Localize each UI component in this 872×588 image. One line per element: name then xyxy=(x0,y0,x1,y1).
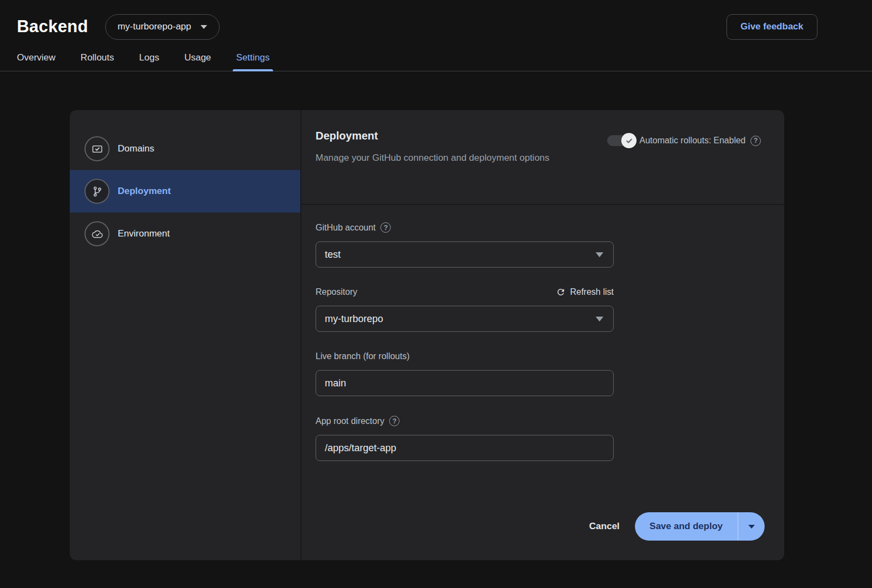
refresh-list-label: Refresh list xyxy=(570,287,614,297)
sidebar-item-deployment[interactable]: Deployment xyxy=(70,170,300,213)
github-account-select[interactable]: test xyxy=(316,241,614,268)
app-root-directory-field: App root directory ? xyxy=(316,416,614,461)
chevron-down-icon xyxy=(201,25,207,29)
github-account-field: GitHub account ? test xyxy=(316,222,614,268)
deployment-panel: Deployment Manage your GitHub connection… xyxy=(301,110,784,560)
chevron-down-icon xyxy=(596,252,603,257)
sidebar-item-domains[interactable]: Domains xyxy=(70,128,300,170)
deployment-form: GitHub account ? test Repository Refr xyxy=(301,205,784,560)
domain-verification-icon xyxy=(84,136,110,161)
repository-select[interactable]: my-turborepo xyxy=(316,306,614,332)
github-account-value: test xyxy=(325,249,341,260)
live-branch-field: Live branch (for rollouts) xyxy=(316,351,614,396)
app-root-directory-label: App root directory xyxy=(316,416,384,426)
tab-settings[interactable]: Settings xyxy=(236,44,269,71)
github-account-label-row: GitHub account ? xyxy=(316,222,614,233)
give-feedback-button[interactable]: Give feedback xyxy=(726,14,818,40)
help-icon[interactable]: ? xyxy=(380,222,391,233)
panel-header-text: Deployment Manage your GitHub connection… xyxy=(316,130,549,204)
save-options-dropdown-button[interactable] xyxy=(738,512,765,541)
cloud-check-icon xyxy=(84,221,110,246)
chevron-down-icon xyxy=(748,525,755,529)
sidebar-item-label: Deployment xyxy=(118,186,171,197)
sidebar-item-label: Domains xyxy=(118,143,154,154)
save-and-deploy-split-button: Save and deploy xyxy=(635,512,765,541)
git-branch-icon xyxy=(84,179,110,204)
app-selector-value: my-turborepo-app xyxy=(118,21,191,32)
repository-field: Repository Refresh list my-turborepo xyxy=(316,287,614,332)
app-root-directory-label-row: App root directory ? xyxy=(316,416,614,426)
sidebar-item-label: Environment xyxy=(118,228,169,239)
cancel-button[interactable]: Cancel xyxy=(589,517,620,536)
repository-value: my-turborepo xyxy=(325,313,383,325)
tab-logs[interactable]: Logs xyxy=(139,44,159,71)
tab-usage[interactable]: Usage xyxy=(184,44,211,71)
tab-bar: Overview Rollouts Logs Usage Settings xyxy=(0,44,872,71)
live-branch-input[interactable] xyxy=(316,370,614,396)
panel-title: Deployment xyxy=(316,130,549,142)
tab-overview[interactable]: Overview xyxy=(17,44,56,71)
chevron-down-icon xyxy=(596,317,603,322)
app-root-directory-input[interactable] xyxy=(316,435,614,461)
settings-sidebar: Domains Deployment xyxy=(70,110,301,560)
help-icon[interactable]: ? xyxy=(750,136,761,146)
tab-rollouts[interactable]: Rollouts xyxy=(81,44,114,71)
help-icon[interactable]: ? xyxy=(389,416,399,426)
settings-card: Domains Deployment xyxy=(70,110,784,560)
save-and-deploy-button[interactable]: Save and deploy xyxy=(635,512,737,541)
live-branch-label: Live branch (for rollouts) xyxy=(316,351,410,361)
sidebar-item-environment[interactable]: Environment xyxy=(70,213,300,255)
app-selector-dropdown[interactable]: my-turborepo-app xyxy=(105,14,220,40)
automatic-rollouts-label: Automatic rollouts: Enabled xyxy=(639,136,746,146)
panel-subtitle: Manage your GitHub connection and deploy… xyxy=(316,150,549,166)
deployment-panel-header: Deployment Manage your GitHub connection… xyxy=(301,110,784,205)
automatic-rollouts-row: Automatic rollouts: Enabled ? xyxy=(607,132,761,149)
page-title: Backend xyxy=(17,17,88,37)
github-account-label: GitHub account xyxy=(316,223,376,233)
form-footer: Cancel Save and deploy xyxy=(316,512,765,541)
repository-label-row: Repository Refresh list xyxy=(316,287,614,297)
repository-label: Repository xyxy=(316,287,357,297)
live-branch-label-row: Live branch (for rollouts) xyxy=(316,351,614,361)
refresh-icon xyxy=(556,287,566,297)
toggle-thumb-check-icon xyxy=(621,133,637,148)
page-header: Backend my-turborepo-app Give feedback xyxy=(0,0,872,44)
automatic-rollouts-toggle[interactable] xyxy=(607,133,634,148)
refresh-list-button[interactable]: Refresh list xyxy=(556,287,614,297)
